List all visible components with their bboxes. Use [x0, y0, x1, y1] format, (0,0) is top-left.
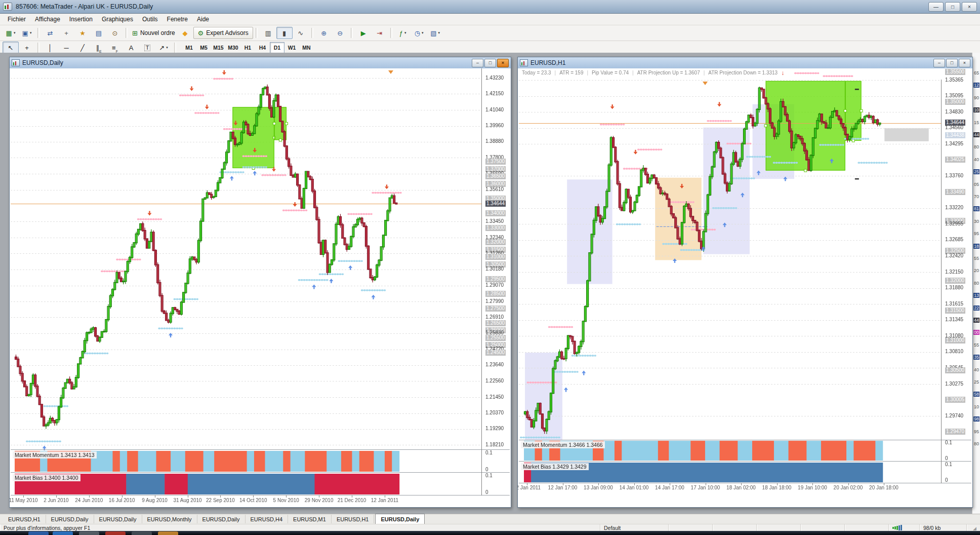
chart-window-eurusd-h1: EURUSD,H1 – □ × 1.355001.353651.350951.3… — [517, 57, 973, 508]
price-chart-canvas[interactable] — [519, 68, 971, 506]
close-button[interactable]: × — [962, 2, 977, 12]
background-price-label: 18 — [973, 244, 979, 249]
new-chart-button[interactable]: ▦▾ — [3, 27, 19, 39]
chart-tab-2[interactable]: EURUSD,Daily — [94, 515, 142, 523]
zoom-out-icon: ⊖ — [337, 30, 343, 36]
vertical-line-icon: │ — [48, 45, 52, 51]
text-label-button[interactable]: T — [139, 42, 155, 54]
menu-item-insertion[interactable]: Insertion — [65, 14, 97, 24]
windows-taskbar-sliver[interactable] — [0, 531, 980, 535]
templates-button[interactable]: ▧▾ — [427, 27, 443, 39]
chart-window-titlebar[interactable]: EURUSD,Daily – □ × — [10, 57, 511, 69]
status-cell — [800, 524, 844, 531]
info-item: ATR Projection Up = 1.3607 — [637, 70, 700, 75]
menu-item-graphiques[interactable]: Graphiques — [97, 14, 138, 24]
toolbar-separator — [311, 28, 313, 38]
vertical-line-button[interactable]: │ — [42, 42, 58, 54]
cursor-button[interactable]: ↖ — [3, 42, 19, 54]
expert-advisors-button[interactable]: ⚙Expert Advisors — [193, 27, 253, 39]
timeframe-m30[interactable]: M30 — [226, 42, 240, 53]
chart-restore-button[interactable]: □ — [484, 59, 496, 67]
candlestick-chart-button[interactable]: ▮ — [276, 27, 293, 39]
chart-window-titlebar[interactable]: EURUSD,H1 – □ × — [518, 57, 972, 69]
timeframe-group: M1M5M15M30H1H4D1W1MN — [182, 42, 314, 53]
crosshair-button[interactable]: + — [19, 42, 35, 54]
chart-restore-button[interactable]: □ — [946, 59, 958, 67]
menu-item-affichage[interactable]: Affichage — [30, 14, 65, 24]
data-window-button[interactable]: + — [58, 27, 74, 39]
menu-item-aide[interactable]: Aide — [192, 14, 214, 24]
navigator-button[interactable]: ★ — [74, 27, 91, 39]
timeframe-h1[interactable]: H1 — [240, 42, 255, 53]
trendline-button[interactable]: ╱ — [74, 42, 91, 54]
chart-tab-8[interactable]: EURUSD,Daily — [375, 514, 425, 524]
signal-bar — [892, 527, 894, 529]
chart-tab-6[interactable]: EURUSD,M1 — [288, 515, 332, 523]
chart-tab-3[interactable]: EURUSD,Monthly — [142, 515, 197, 523]
taskbar-app-icon[interactable] — [158, 531, 178, 535]
timeframe-m15[interactable]: M15 — [211, 42, 226, 53]
price-chart-canvas[interactable] — [11, 68, 510, 506]
market-watch-button[interactable]: ⇄ — [42, 27, 58, 39]
chart-tab-4[interactable]: EURUSD,Daily — [197, 515, 246, 523]
timeframe-d1[interactable]: D1 — [270, 42, 284, 53]
taskbar-app-icon[interactable] — [105, 531, 126, 535]
bar-chart-icon: ▥ — [265, 30, 271, 36]
fibonacci-button[interactable]: ≡F — [107, 42, 123, 54]
zoom-in-icon: ⊕ — [321, 30, 326, 36]
menu-item-fenetre[interactable]: Fenetre — [162, 14, 192, 24]
info-item: Today = 23.3 — [522, 70, 551, 75]
taskbar-app-icon[interactable] — [53, 531, 73, 535]
timeframe-m1[interactable]: M1 — [182, 42, 196, 53]
horizontal-line-button[interactable]: ─ — [58, 42, 74, 54]
periods-button[interactable]: ◷▾ — [411, 27, 427, 39]
timeframe-w1[interactable]: W1 — [284, 42, 299, 53]
taskbar-app-icon[interactable] — [28, 531, 49, 535]
chart-tab-7[interactable]: EURUSD,H1 — [332, 515, 375, 523]
auto-scroll-button[interactable]: ▶ — [355, 27, 372, 39]
info-item: Pip Value = 0.74 — [592, 70, 629, 75]
resize-grip[interactable]: ◢ — [966, 524, 980, 531]
titlebar[interactable]: 857606: MetaTrader - Alpari UK - EURUSD,… — [0, 0, 980, 14]
chart-minimize-button[interactable]: – — [472, 59, 483, 67]
toolbar-separator — [351, 28, 353, 38]
taskbar-app-icon[interactable] — [132, 531, 152, 535]
crosshair-icon: + — [25, 45, 29, 51]
dropdown-caret-icon: ▾ — [422, 31, 424, 35]
chart-close-button[interactable]: × — [959, 59, 970, 67]
chart-close-button[interactable]: × — [497, 59, 509, 67]
chart-tab-5[interactable]: EURUSD,H4 — [246, 515, 289, 523]
terminal-button[interactable]: ▤ — [91, 27, 107, 39]
background-price-label: 95 — [973, 429, 979, 434]
strategy-tester-button[interactable]: ⊙ — [107, 27, 123, 39]
chart-tab-0[interactable]: EURUSD,H1 — [3, 515, 46, 523]
profiles-button[interactable]: ▣▾ — [19, 27, 35, 39]
bar-chart-button[interactable]: ▥ — [260, 27, 276, 39]
menu-item-outils[interactable]: Outils — [138, 14, 162, 24]
equidistant-channel-button[interactable]: ∥E — [91, 42, 107, 54]
zoom-out-button[interactable]: ⊖ — [332, 27, 348, 39]
text-button[interactable]: A — [123, 42, 139, 54]
status-profile[interactable]: Default — [600, 524, 668, 531]
zoom-in-button[interactable]: ⊕ — [316, 27, 332, 39]
chart-window-title: EURUSD,Daily — [22, 59, 471, 66]
periods-icon: ◷ — [415, 30, 420, 36]
new-order-button[interactable]: ⊞Nouvel ordre — [130, 27, 177, 39]
arrows-tool-button[interactable]: ↗▾ — [155, 42, 172, 54]
chart-tab-1[interactable]: EURUSD,Daily — [46, 515, 94, 523]
menu-item-fichier[interactable]: Fichier — [3, 14, 30, 24]
background-price-label: 44 — [973, 318, 979, 323]
profiles-icon: ▣ — [22, 30, 28, 36]
minimize-button[interactable]: — — [928, 2, 944, 12]
line-chart-button[interactable]: ∿ — [293, 27, 309, 39]
taskbar-app-icon[interactable] — [79, 531, 99, 535]
timeframe-h4[interactable]: H4 — [255, 42, 270, 53]
timeframe-m5[interactable]: M5 — [196, 42, 211, 53]
timeframe-mn[interactable]: MN — [299, 42, 314, 53]
background-price-label: 25 — [973, 169, 979, 174]
indicators-list-button[interactable]: ƒ▾ — [395, 27, 411, 39]
alert-icon[interactable]: ◆ — [177, 27, 193, 39]
chart-shift-button[interactable]: ⇥ — [372, 27, 388, 39]
chart-minimize-button[interactable]: – — [933, 59, 945, 67]
maximize-button[interactable]: □ — [945, 2, 960, 12]
